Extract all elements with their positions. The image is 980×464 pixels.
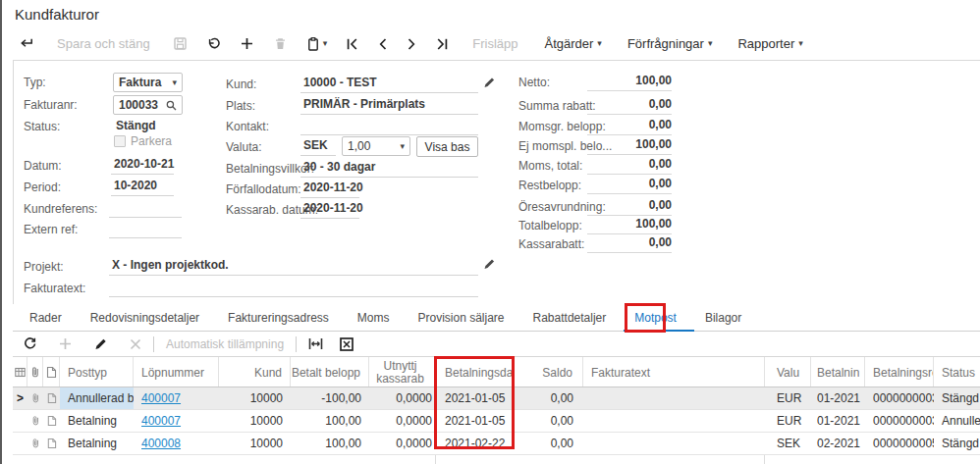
projekt-field[interactable]: X - Ingen projektkod. [109,257,478,276]
cell-saldo[interactable]: 0,00 [515,433,583,454]
export-excel-icon[interactable] [340,337,354,351]
betalningsvillkor-field[interactable]: 30 - 30 dagar [300,159,478,178]
fit-width-icon[interactable] [308,337,323,350]
column-header-utnyttjad-kassarabatt[interactable]: Utnyttj kassarab [369,357,436,387]
cell-kund[interactable]: 10000 [219,433,291,454]
cell-valuta[interactable]: EUR [765,387,811,409]
cell-betalt-belopp[interactable]: 100,00 [291,433,369,454]
kund-edit-pencil-icon[interactable] [483,77,495,88]
cell-betalningsperiod[interactable]: 01-2021 [811,410,865,432]
cell-betalningsdatum[interactable]: 2021-01-05 [436,387,515,409]
refresh-icon[interactable] [24,337,36,350]
copy-paste-icon[interactable]: ▾ [307,37,328,51]
tab-moms[interactable]: Moms [352,304,396,332]
column-header-betalningsref[interactable]: Betalningsref [865,357,934,387]
tab-provision-saljare[interactable]: Provision säljare [411,304,510,332]
column-header-fakturatext[interactable]: Fakturatext [583,357,765,387]
cell-valuta[interactable]: EUR [765,410,811,432]
tab-faktureringsadress[interactable]: Faktureringsadress [222,304,335,332]
previous-record-icon[interactable] [377,38,388,50]
tab-rabattdetaljer[interactable]: Rabattdetaljer [527,304,613,332]
fakturatext-field[interactable] [109,279,478,297]
column-header-betalningsperiod[interactable]: Betalnin [811,357,865,387]
grid-edit-pencil-icon[interactable] [94,337,107,350]
cell-posttyp[interactable]: Betalning [60,433,134,454]
lopnummer-link[interactable]: 400008 [141,437,181,450]
inquiries-menu[interactable]: Förfrågningar▾ [627,36,713,51]
auto-apply-button[interactable]: Automatisk tillämpning [166,337,284,351]
kundreferens-field[interactable] [109,199,182,218]
note-icon[interactable] [43,433,60,454]
cell-betalningsperiod[interactable]: 02-2021 [811,433,865,454]
cell-betalningsdatum[interactable]: 2021-02-22 [436,433,515,454]
forfallodatum-field[interactable]: 2020-11-20 [300,180,359,198]
cell-valuta[interactable]: SEK [765,433,811,454]
cell-betalningsperiod[interactable]: 01-2021 [811,387,865,409]
search-icon[interactable] [166,100,177,111]
cell-lopnummer[interactable]: 400007 [134,410,219,432]
cell-betalt-belopp[interactable]: -100,00 [291,387,369,409]
paperclip-icon[interactable] [27,410,43,432]
cell-betalningsref[interactable]: 0000000003 [865,410,934,432]
release-button[interactable]: Frisläpp [472,36,517,51]
paperclip-icon[interactable] [27,387,43,409]
cell-lopnummer[interactable]: 400007 [134,387,219,409]
cell-betalt-belopp[interactable]: 100,00 [291,410,369,432]
save-and-close-button[interactable]: Spara och stäng [57,36,150,51]
tab-motpost[interactable]: Motpost [628,304,682,332]
cell-betalningsdatum[interactable]: 2021-01-05 [436,410,515,432]
cell-posttyp[interactable]: Betalning [60,410,134,432]
lopnummer-link[interactable]: 400007 [141,414,181,428]
save-icon[interactable] [174,37,187,50]
cell-saldo[interactable]: 0,00 [515,387,583,409]
valuta-field[interactable]: SEK [300,137,336,156]
extern-ref-field[interactable] [109,220,182,238]
cell-saldo[interactable]: 0,00 [515,410,583,432]
first-record-icon[interactable] [346,38,358,50]
grid-delete-x-icon[interactable] [130,338,141,350]
kund-field[interactable]: 10000 - TEST [300,75,478,93]
parkera-checkbox[interactable] [114,135,126,147]
datum-field[interactable]: 2020-10-21 [111,156,174,175]
cell-utnyttjad[interactable]: 0,0000 [369,410,436,432]
last-record-icon[interactable] [436,38,449,50]
table-row[interactable]: > Annullerad b... 400007 10000 -100,00 0… [13,387,980,410]
cell-fakturatext[interactable] [583,433,765,454]
column-header-lopnummer[interactable]: Löpnummer [134,357,219,387]
visa-bas-button[interactable]: Visa bas [416,136,478,157]
cell-betalningsref[interactable]: 0000000003 [865,387,934,409]
table-row[interactable]: Betalning 400007 10000 100,00 0,0000 202… [13,410,980,433]
cell-status[interactable]: Stängd [934,387,980,409]
grid-add-icon[interactable] [59,337,72,350]
typ-select[interactable]: Faktura ▾ [113,73,183,92]
cell-fakturatext[interactable] [583,410,765,432]
column-header-status[interactable]: Status [934,357,980,387]
add-icon[interactable] [241,37,253,50]
period-field[interactable]: 10-2020 [111,178,174,196]
undo-icon[interactable] [207,37,220,50]
projekt-edit-pencil-icon[interactable] [483,258,495,270]
tab-rader[interactable]: Rader [24,304,68,332]
column-settings-icon[interactable] [13,357,27,387]
column-header-valuta[interactable]: Valu [765,357,811,387]
tab-redovisningsdetaljer[interactable]: Redovisningsdetaljer [84,304,205,332]
kassarab-datum-field[interactable]: 2020-11-20 [300,200,359,219]
cell-lopnummer[interactable]: 400008 [134,433,219,454]
next-record-icon[interactable] [407,38,417,50]
cell-kund[interactable]: 10000 [219,387,291,409]
paperclip-icon[interactable] [27,433,43,454]
cell-kund[interactable]: 10000 [219,410,291,432]
back-icon[interactable] [19,38,33,50]
cell-utnyttjad[interactable]: 0,0000 [369,387,436,409]
fakturanr-input[interactable]: 100033 [113,95,183,115]
cell-betalningsref[interactable]: 0000000005 [865,433,934,454]
cell-utnyttjad[interactable]: 0,0000 [369,433,436,454]
actions-menu[interactable]: Åtgärder▾ [544,36,601,51]
table-row[interactable]: Betalning 400008 10000 100,00 0,0000 202… [13,433,980,455]
cell-status[interactable]: Stängd [934,433,980,454]
column-header-saldo[interactable]: Saldo [515,357,583,387]
tab-bilagor[interactable]: Bilagor [699,304,747,332]
lopnummer-link[interactable]: 400007 [141,391,181,405]
reports-menu[interactable]: Rapporter▾ [737,36,802,51]
note-icon[interactable] [43,387,60,409]
